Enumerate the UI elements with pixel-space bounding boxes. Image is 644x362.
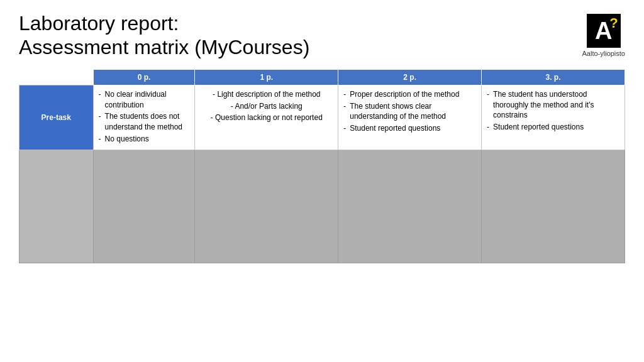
- cell-empty-3p: [482, 150, 625, 263]
- row-label-pretask: Pre-task: [19, 85, 94, 150]
- col-header-2p: 2 p.: [338, 69, 482, 85]
- page-header: Laboratory report: Assessment matrix (My…: [0, 0, 644, 66]
- table-row-empty: [19, 150, 625, 263]
- cell-pretask-3p: The student has understood thoroughly th…: [482, 85, 625, 150]
- table-wrapper: 0 p. 1 p. 2 p. 3. p. Pre-task No clear i…: [0, 69, 644, 263]
- list-item: Proper description of the method: [343, 89, 476, 100]
- cell-empty-1p: [195, 150, 338, 263]
- list-item: The student has understood thoroughly th…: [487, 89, 619, 121]
- cell-pretask-0p: No clear individual contribution The stu…: [93, 85, 195, 150]
- list-item: No questions: [99, 134, 190, 145]
- cell-empty-2p: [338, 150, 482, 263]
- col-header-3p: 3. p.: [482, 69, 625, 85]
- list-item: No clear individual contribution: [99, 89, 190, 111]
- cell-pretask-1p: - Light description of the method - And/…: [195, 85, 338, 150]
- col-header-empty: [19, 69, 94, 85]
- list-item: The student shows clear understanding of…: [343, 101, 476, 123]
- page-title: Laboratory report: Assessment matrix (My…: [19, 11, 309, 60]
- cell-pretask-2p: Proper description of the method The stu…: [338, 85, 482, 150]
- assessment-table: 0 p. 1 p. 2 p. 3. p. Pre-task No clear i…: [19, 69, 625, 263]
- cell-empty-label: [19, 150, 94, 263]
- cell-empty-0p: [93, 150, 195, 263]
- table-row-pretask: Pre-task No clear individual contributio…: [19, 85, 625, 150]
- col-header-0p: 0 p.: [93, 69, 195, 85]
- table-header-row: 0 p. 1 p. 2 p. 3. p.: [19, 69, 625, 85]
- university-name: Aalto-yliopisto: [582, 50, 625, 57]
- logo-box: A ?: [587, 14, 621, 48]
- list-item: The students does not understand the met…: [99, 111, 190, 133]
- list-item: Student reported questions: [343, 123, 476, 134]
- logo: A ? Aalto-yliopisto: [582, 14, 625, 57]
- logo-question-mark: ?: [609, 15, 618, 31]
- list-item: Student reported questions: [487, 122, 619, 133]
- col-header-1p: 1 p.: [195, 69, 338, 85]
